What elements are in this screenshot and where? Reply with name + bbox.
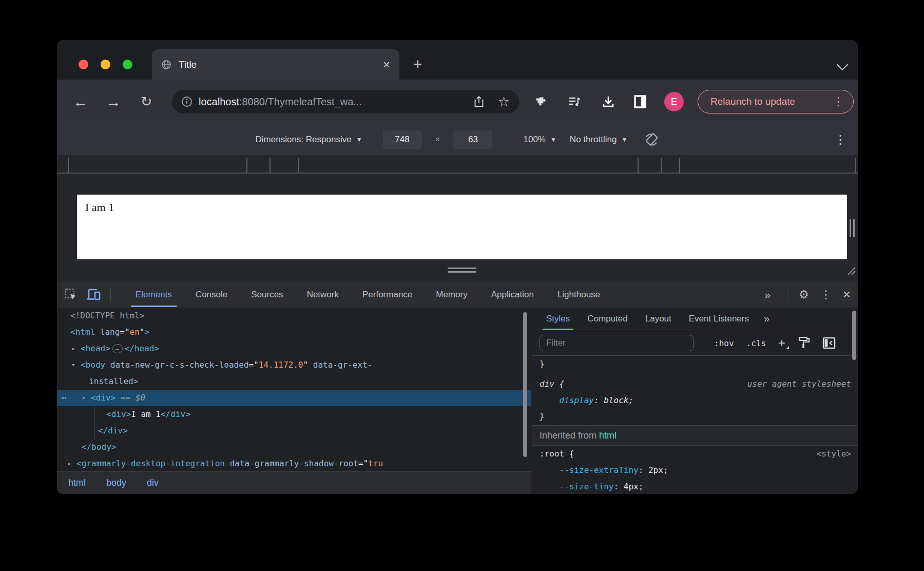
- devtools-tab-console[interactable]: Console: [184, 282, 239, 307]
- tree-row[interactable]: <html lang="en">: [57, 324, 531, 340]
- styles-tab-layout[interactable]: Layout: [637, 308, 680, 330]
- chevron-down-icon[interactable]: [837, 59, 849, 71]
- toggle-classes-button[interactable]: .cls: [746, 338, 766, 348]
- viewport-height-input[interactable]: 63: [453, 130, 492, 149]
- caret-down-icon: ▼: [356, 136, 362, 143]
- toggle-hover-state-button[interactable]: :hov: [714, 338, 734, 348]
- css-rule-line[interactable]: :root {<style>: [532, 446, 858, 462]
- devtools-close-icon[interactable]: ×: [843, 287, 851, 302]
- zoom-window-button[interactable]: [123, 60, 132, 69]
- collapse-arrow-icon[interactable]: ▾: [82, 390, 86, 406]
- rule-origin-label[interactable]: <style>: [817, 446, 851, 462]
- tree-row[interactable]: <!DOCTYPE html>: [57, 308, 531, 324]
- expand-ellipsis-button[interactable]: …: [112, 344, 123, 353]
- breadcrumb-item-div[interactable]: div: [147, 478, 159, 488]
- tree-row[interactable]: installed>: [57, 373, 531, 390]
- expand-arrow-icon[interactable]: ▸: [67, 455, 71, 471]
- paint-roller-icon[interactable]: [798, 336, 810, 350]
- downloads-icon[interactable]: [597, 80, 620, 124]
- indent-guide: [94, 406, 94, 439]
- relaunch-menu-icon[interactable]: ⋮: [829, 95, 848, 108]
- media-controls-icon[interactable]: [563, 80, 586, 124]
- close-window-button[interactable]: [79, 60, 88, 69]
- bookmark-star-icon[interactable]: ☆: [498, 94, 510, 110]
- css-rule-line[interactable]: div {user agent stylesheet: [532, 376, 858, 392]
- devtools-resize-handle[interactable]: [448, 268, 476, 273]
- devtools-tab-sources[interactable]: Sources: [239, 282, 295, 307]
- tree-row[interactable]: ▸<grammarly-desktop-integration data-gra…: [57, 455, 531, 471]
- styles-tab-computed[interactable]: Computed: [579, 308, 636, 330]
- throttling-dropdown[interactable]: No throttling ▼: [570, 135, 628, 145]
- side-panel-icon[interactable]: [629, 80, 651, 124]
- url-text[interactable]: localhost:8080/ThymeleafTest_wa...: [199, 96, 473, 108]
- tree-row[interactable]: <div>I am 1</div>: [57, 406, 531, 423]
- tree-row[interactable]: ▾<body data-new-gr-c-s-check-loaded="14.…: [57, 357, 531, 373]
- styles-tab-styles[interactable]: Styles: [537, 308, 579, 330]
- viewport-ruler: [57, 156, 858, 174]
- rotate-viewport-icon[interactable]: [644, 132, 659, 147]
- relaunch-label: Relaunch to update: [710, 96, 795, 107]
- styles-more-tabs-icon[interactable]: »: [758, 308, 776, 330]
- dock-sidebar-icon[interactable]: [822, 337, 836, 349]
- tab-title: Title: [179, 59, 383, 70]
- dimensions-label: Dimensions: Responsive: [256, 135, 352, 145]
- profile-avatar[interactable]: E: [664, 92, 684, 111]
- breadcrumb-item-body[interactable]: body: [106, 478, 126, 488]
- css-rule-line[interactable]: }: [532, 356, 858, 372]
- extensions-puzzle-icon[interactable]: [530, 80, 553, 124]
- site-info-icon[interactable]: [181, 96, 192, 107]
- viewport-width-input[interactable]: 748: [383, 130, 422, 149]
- devtools-menu-icon[interactable]: ⋮: [820, 288, 832, 301]
- css-rule-line[interactable]: --size-tiny: 4px;: [532, 479, 858, 494]
- responsive-viewport-area: I am 1: [57, 155, 858, 282]
- viewport-width-resize-handle[interactable]: [850, 219, 855, 237]
- address-bar[interactable]: localhost:8080/ThymeleafTest_wa... ☆: [172, 90, 519, 113]
- css-rule-line[interactable]: }: [532, 409, 858, 425]
- styles-tab-event-listeners[interactable]: Event Listeners: [680, 308, 758, 330]
- new-style-rule-button[interactable]: +: [778, 336, 785, 350]
- corner-resize-handle[interactable]: [846, 266, 857, 276]
- settings-gear-icon[interactable]: ⚙: [799, 288, 809, 301]
- relaunch-to-update-button[interactable]: Relaunch to update ⋮: [698, 90, 854, 113]
- devtools-tab-application[interactable]: Application: [479, 282, 546, 307]
- elements-tree-panel: <!DOCTYPE html><html lang="en">▸<head>…<…: [57, 308, 531, 471]
- css-rule-line[interactable]: --size-extraTiny: 2px;: [532, 462, 858, 479]
- minimize-window-button[interactable]: [101, 60, 110, 69]
- styles-filter-input[interactable]: Filter: [540, 335, 694, 351]
- rendered-page[interactable]: I am 1: [77, 195, 847, 259]
- devtools-tab-performance[interactable]: Performance: [351, 282, 424, 307]
- browser-window: Title × + ← → ↻ localhost:8080/Thymeleaf…: [57, 40, 858, 494]
- more-tabs-icon[interactable]: »: [759, 289, 776, 301]
- inspect-element-icon[interactable]: [64, 288, 78, 301]
- css-rule-line[interactable]: display: block;: [532, 392, 858, 409]
- collapse-arrow-icon[interactable]: ▾: [71, 357, 75, 373]
- devtools-tab-lighthouse[interactable]: Lighthouse: [546, 282, 612, 307]
- tree-row[interactable]: </body>: [57, 439, 531, 455]
- share-icon[interactable]: [473, 96, 485, 108]
- devtools-tab-network[interactable]: Network: [295, 282, 351, 307]
- tree-row[interactable]: ▸<head>…</head>: [57, 340, 531, 357]
- row-options-icon[interactable]: ⋯: [61, 390, 67, 406]
- zoom-dropdown[interactable]: 100% ▼: [523, 135, 556, 145]
- new-tab-button[interactable]: +: [413, 56, 422, 72]
- devtools-tab-memory[interactable]: Memory: [424, 282, 479, 307]
- elements-scrollbar-thumb[interactable]: [523, 312, 527, 457]
- toggle-device-toolbar-icon[interactable]: [87, 288, 101, 301]
- back-button[interactable]: ←: [69, 80, 92, 124]
- dimensions-dropdown[interactable]: Dimensions: Responsive ▼: [256, 135, 362, 145]
- rule-origin-label[interactable]: user agent stylesheet: [747, 376, 851, 392]
- devtools-tab-elements[interactable]: Elements: [124, 282, 184, 307]
- browser-tab[interactable]: Title ×: [152, 49, 399, 80]
- dom-tree: <!DOCTYPE html><html lang="en">▸<head>…<…: [57, 308, 531, 471]
- globe-favicon-icon: [161, 60, 171, 70]
- expand-arrow-icon[interactable]: ▸: [71, 340, 75, 357]
- styles-scrollbar-thumb[interactable]: [852, 311, 856, 360]
- tree-row-selected[interactable]: ⋯▾<div> == $0: [57, 390, 531, 406]
- inherited-from-header: Inherited from html: [532, 425, 858, 446]
- reload-button[interactable]: ↻: [135, 80, 158, 124]
- breadcrumb-item-html[interactable]: html: [68, 478, 86, 488]
- device-toolbar-menu-icon[interactable]: ⋮: [834, 132, 846, 147]
- tab-close-icon[interactable]: ×: [383, 59, 390, 71]
- tree-row[interactable]: </div>: [57, 423, 531, 439]
- forward-button[interactable]: →: [102, 80, 125, 124]
